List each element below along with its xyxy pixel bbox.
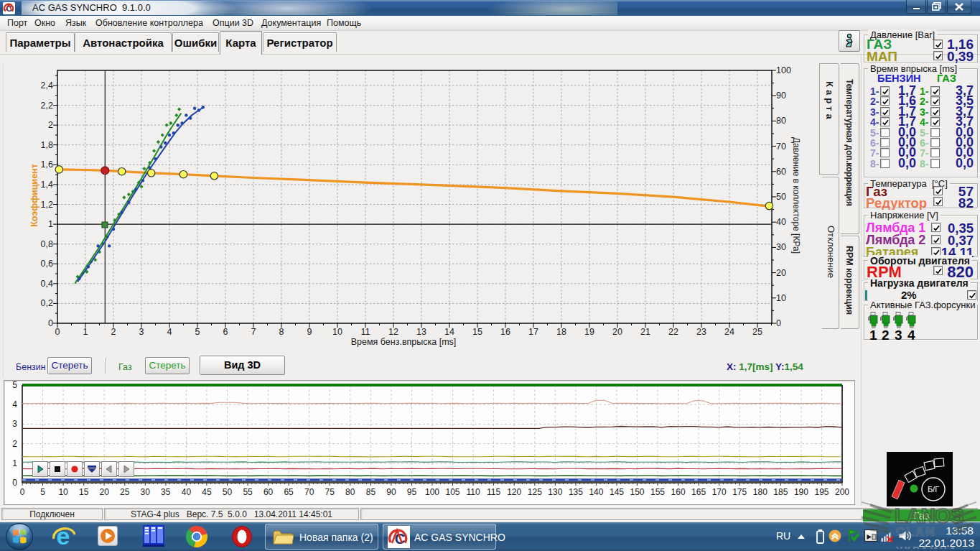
svg-text:25: 25 — [752, 327, 762, 337]
svg-text:18: 18 — [556, 327, 566, 337]
svg-text:5: 5 — [195, 327, 200, 337]
svg-text:11: 11 — [361, 327, 370, 337]
svg-text:3: 3 — [12, 419, 17, 429]
svg-text:120: 120 — [507, 487, 521, 497]
svg-text:3: 3 — [139, 327, 144, 337]
svg-text:175: 175 — [732, 487, 747, 497]
svg-text:21: 21 — [640, 327, 650, 337]
svg-text:1: 1 — [83, 327, 88, 337]
svg-text:1,6: 1,6 — [41, 159, 53, 170]
svg-text:0: 0 — [20, 487, 25, 497]
svg-text:Б/Г: Б/Г — [928, 485, 939, 494]
svg-text:50: 50 — [223, 487, 233, 497]
svg-text:20: 20 — [776, 268, 786, 278]
svg-text:9: 9 — [307, 327, 312, 337]
svg-text:140: 140 — [589, 487, 603, 497]
svg-text:2: 2 — [48, 120, 53, 130]
svg-text:145: 145 — [610, 487, 624, 497]
svg-text:4: 4 — [12, 399, 17, 409]
svg-text:40: 40 — [776, 217, 786, 227]
svg-text:15: 15 — [79, 487, 89, 497]
svg-text:0: 0 — [48, 318, 53, 328]
svg-text:8: 8 — [279, 327, 284, 337]
svg-text:Давление в коллекторе [КРа]: Давление в коллекторе [КРа] — [791, 137, 801, 254]
svg-text:1,4: 1,4 — [41, 180, 53, 190]
svg-text:6: 6 — [223, 327, 228, 337]
svg-text:60: 60 — [263, 487, 274, 497]
svg-text:24: 24 — [724, 327, 734, 337]
svg-text:60: 60 — [776, 167, 786, 177]
svg-text:80: 80 — [776, 116, 786, 126]
svg-text:4: 4 — [167, 327, 172, 337]
svg-text:0: 0 — [55, 327, 60, 337]
svg-text:180: 180 — [753, 487, 767, 497]
svg-text:20: 20 — [612, 327, 622, 337]
svg-text:19: 19 — [584, 327, 594, 337]
svg-text:170: 170 — [712, 487, 727, 497]
svg-text:1: 1 — [48, 219, 53, 229]
svg-text:22: 22 — [668, 327, 678, 337]
svg-text:185: 185 — [773, 487, 788, 497]
svg-text:65: 65 — [284, 487, 294, 497]
svg-text:165: 165 — [691, 487, 706, 497]
svg-text:30: 30 — [776, 242, 786, 252]
svg-text:195: 195 — [814, 487, 829, 497]
svg-text:105: 105 — [445, 487, 459, 497]
svg-text:15: 15 — [472, 327, 482, 337]
svg-text:125: 125 — [528, 487, 542, 497]
svg-text:10: 10 — [332, 327, 342, 337]
svg-text:85: 85 — [366, 487, 376, 497]
svg-text:75: 75 — [325, 487, 335, 497]
svg-text:Коэффициент: Коэффициент — [29, 164, 39, 227]
svg-text:14: 14 — [444, 327, 454, 337]
svg-text:80: 80 — [345, 487, 355, 497]
svg-text:0,6: 0,6 — [41, 259, 53, 269]
svg-text:25: 25 — [120, 487, 130, 497]
svg-text:2: 2 — [12, 439, 17, 449]
svg-text:Время бенз.впрыска [ms]: Время бенз.впрыска [ms] — [351, 337, 457, 347]
svg-text:16: 16 — [500, 327, 510, 337]
svg-text:1: 1 — [12, 458, 17, 468]
svg-text:200: 200 — [835, 487, 849, 497]
svg-text:115: 115 — [487, 487, 500, 497]
svg-text:23: 23 — [696, 327, 706, 337]
svg-text:30: 30 — [141, 487, 151, 497]
svg-text:90: 90 — [386, 487, 396, 497]
svg-text:10: 10 — [58, 487, 68, 497]
svg-text:100: 100 — [425, 487, 439, 497]
svg-text:1,8: 1,8 — [41, 140, 53, 150]
svg-text:0,4: 0,4 — [41, 279, 53, 289]
svg-text:5: 5 — [40, 487, 45, 497]
svg-text:130: 130 — [548, 487, 562, 497]
svg-text:17: 17 — [528, 327, 538, 337]
svg-text:135: 135 — [569, 487, 583, 497]
svg-text:155: 155 — [650, 487, 665, 497]
svg-text:55: 55 — [243, 487, 253, 497]
svg-text:70: 70 — [776, 142, 786, 152]
svg-text:100: 100 — [776, 65, 791, 75]
svg-text:10: 10 — [776, 293, 786, 303]
svg-text:45: 45 — [202, 487, 212, 497]
svg-text:20: 20 — [100, 487, 110, 497]
svg-text:2: 2 — [111, 327, 116, 337]
svg-text:95: 95 — [407, 487, 417, 497]
svg-text:13: 13 — [416, 327, 426, 337]
svg-text:150: 150 — [630, 487, 644, 497]
svg-text:35: 35 — [161, 487, 171, 497]
svg-text:50: 50 — [776, 192, 786, 202]
svg-text:7: 7 — [251, 327, 256, 337]
svg-text:12: 12 — [388, 327, 398, 337]
svg-text:0: 0 — [776, 318, 781, 328]
svg-text:5: 5 — [12, 380, 17, 390]
svg-text:2,4: 2,4 — [41, 80, 53, 91]
svg-text:160: 160 — [671, 487, 686, 497]
svg-text:2,2: 2,2 — [41, 101, 53, 111]
svg-text:190: 190 — [794, 487, 808, 497]
svg-text:110: 110 — [467, 487, 480, 497]
svg-text:70: 70 — [304, 487, 314, 497]
svg-text:1,2: 1,2 — [41, 200, 53, 210]
svg-text:90: 90 — [776, 91, 786, 101]
svg-text:0,8: 0,8 — [41, 239, 53, 249]
svg-text:0,2: 0,2 — [41, 298, 53, 308]
svg-text:0: 0 — [12, 478, 17, 488]
